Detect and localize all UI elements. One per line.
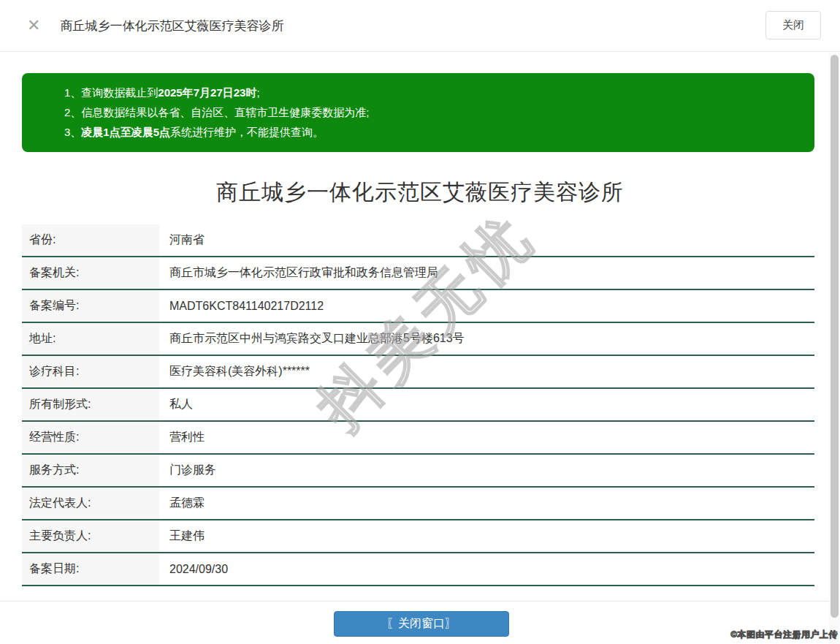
close-window-button[interactable]: 〖关闭窗口〗 <box>334 611 509 637</box>
notice-line-3-text: 3、 <box>64 126 81 138</box>
notice-line-1-post: ; <box>256 86 259 99</box>
row-value: 商丘市示范区中州与鸿宾路交叉口建业总部港5号楼613号 <box>159 323 465 355</box>
table-row: 主要负责人: 王建伟 <box>22 520 814 553</box>
table-row: 备案编号: MADT6KCT841140217D2112 <box>22 290 814 323</box>
row-value: MADT6KCT841140217D2112 <box>159 290 324 322</box>
header-title: 商丘城乡一体化示范区艾薇医疗美容诊所 <box>60 18 283 34</box>
notice-line-2-text: 2、信息数据结果以各省、自治区、直辖市卫生健康委数据为准; <box>64 106 370 118</box>
close-x-icon[interactable]: ✕ <box>27 18 40 34</box>
scrollbar-thumb[interactable] <box>831 55 839 618</box>
table-row: 地址: 商丘市示范区中州与鸿宾路交叉口建业总部港5号楼613号 <box>22 323 814 356</box>
row-label: 备案编号: <box>22 290 159 322</box>
row-value: 2024/09/30 <box>159 553 228 585</box>
header-bar: ✕ 商丘城乡一体化示范区艾薇医疗美容诊所 关闭 <box>0 0 840 52</box>
row-value: 商丘市城乡一体化示范区行政审批和政务信息管理局 <box>159 257 438 289</box>
notice-line-3-post: 系统进行维护，不能提供查询。 <box>170 126 324 138</box>
footer-divider <box>0 601 840 602</box>
table-row: 备案日期: 2024/09/30 <box>22 553 814 586</box>
notice-line-2: 2、信息数据结果以各省、自治区、直辖市卫生健康委数据为准; <box>64 102 800 122</box>
row-value: 河南省 <box>159 224 205 256</box>
table-row: 所有制形式: 私人 <box>22 389 814 422</box>
notice-line-1-text: 1、查询数据截止到 <box>64 86 158 99</box>
main-content: 1、查询数据截止到2025年7月27日23时; 2、信息数据结果以各省、自治区、… <box>0 73 840 586</box>
close-button[interactable]: 关闭 <box>765 11 821 39</box>
row-value: 门诊服务 <box>159 455 216 486</box>
row-label: 备案日期: <box>22 553 159 585</box>
page-title: 商丘城乡一体化示范区艾薇医疗美容诊所 <box>0 178 840 208</box>
row-value: 孟德霖 <box>159 488 205 519</box>
table-row: 法定代表人: 孟德霖 <box>22 488 814 520</box>
table-row: 省份: 河南省 <box>22 224 814 257</box>
row-value: 王建伟 <box>159 520 205 552</box>
row-label: 地址: <box>22 323 159 355</box>
table-row: 备案机关: 商丘市城乡一体化示范区行政审批和政务信息管理局 <box>22 257 814 290</box>
notice-box: 1、查询数据截止到2025年7月27日23时; 2、信息数据结果以各省、自治区、… <box>22 73 814 152</box>
row-label: 服务方式: <box>22 455 159 486</box>
row-value: 营利性 <box>159 422 205 453</box>
row-label: 诊疗科目: <box>22 356 159 387</box>
notice-line-3-bold: 凌晨1点至凌晨5点 <box>81 126 170 138</box>
notice-line-1: 1、查询数据截止到2025年7月27日23时; <box>64 83 800 102</box>
notice-line-1-bold: 2025年7月27日23时 <box>158 86 256 99</box>
table-row: 服务方式: 门诊服务 <box>22 455 814 488</box>
row-label: 省份: <box>22 224 159 256</box>
row-value: 医疗美容科(美容外科)****** <box>159 356 310 387</box>
scrollbar-track[interactable] <box>829 53 840 644</box>
notice-line-3: 3、凌晨1点至凌晨5点系统进行维护，不能提供查询。 <box>64 122 800 142</box>
row-label: 所有制形式: <box>22 389 159 420</box>
row-label: 备案机关: <box>22 257 159 289</box>
row-label: 经营性质: <box>22 422 159 453</box>
table-row: 诊疗科目: 医疗美容科(美容外科)****** <box>22 356 814 389</box>
row-label: 法定代表人: <box>22 488 159 519</box>
info-table: 省份: 河南省 备案机关: 商丘市城乡一体化示范区行政审批和政务信息管理局 备案… <box>22 224 814 586</box>
row-label: 主要负责人: <box>22 520 159 552</box>
table-row: 经营性质: 营利性 <box>22 422 814 455</box>
upload-note: ©本图由平台注册用户上传 <box>730 629 838 641</box>
row-value: 私人 <box>159 389 193 420</box>
